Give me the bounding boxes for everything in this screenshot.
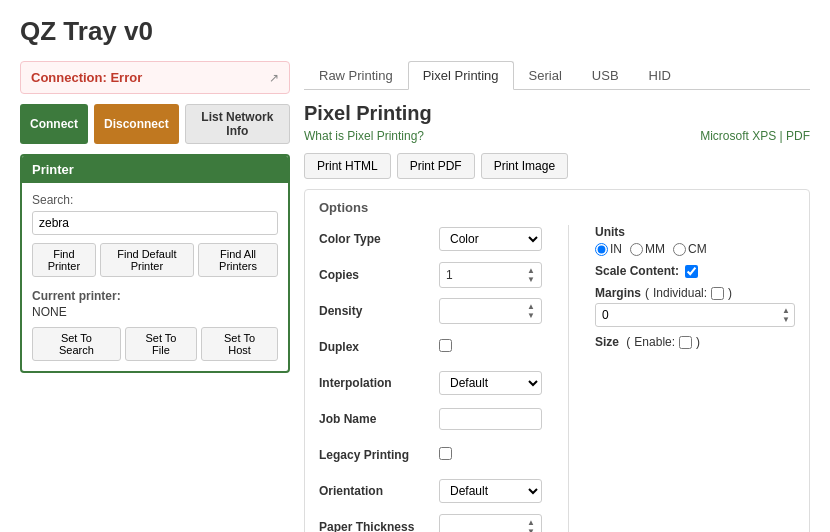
orientation-select[interactable]: Default (439, 479, 542, 503)
what-is-pixel-link[interactable]: What is Pixel Printing? (304, 129, 424, 143)
margins-arrows[interactable]: ▲ ▼ (778, 304, 794, 326)
margins-individual-text: Individual: (653, 286, 707, 300)
options-title: Options (319, 200, 795, 215)
paper-thickness-label: Paper Thickness (319, 520, 439, 532)
options-box: Options Color Type Color (304, 189, 810, 532)
find-all-printers-button[interactable]: Find All Printers (198, 243, 278, 277)
tab-serial[interactable]: Serial (514, 61, 577, 89)
units-in-label[interactable]: IN (595, 242, 622, 256)
scale-content-label: Scale Content: (595, 264, 679, 278)
tab-raw[interactable]: Raw Printing (304, 61, 408, 89)
options-left: Color Type Color Copies (319, 225, 542, 532)
units-radio-group: IN MM CM (595, 242, 795, 256)
duplex-label: Duplex (319, 340, 439, 354)
paper-thickness-spinner: ▲ ▼ (439, 514, 542, 532)
set-to-file-button[interactable]: Set To File (125, 327, 197, 361)
pixel-link-row: What is Pixel Printing? Microsoft XPS | … (304, 129, 810, 143)
current-printer-label: Current printer: (32, 289, 278, 303)
current-printer-value: NONE (32, 305, 278, 319)
color-type-select[interactable]: Color (439, 227, 542, 251)
density-label: Density (319, 304, 439, 318)
search-label: Search: (32, 193, 278, 207)
print-image-button[interactable]: Print Image (481, 153, 568, 179)
external-link-icon[interactable]: ↗ (269, 71, 279, 85)
color-type-row: Color Type Color (319, 225, 542, 253)
print-buttons: Print HTML Print PDF Print Image (304, 153, 810, 179)
tab-hid[interactable]: HID (634, 61, 686, 89)
tab-usb[interactable]: USB (577, 61, 634, 89)
copies-arrows[interactable]: ▲ ▼ (527, 266, 535, 284)
density-row: Density ▲ ▼ (319, 297, 542, 325)
size-row: Size ( Enable: ) (595, 335, 795, 349)
connect-button[interactable]: Connect (20, 104, 88, 144)
interpolation-label: Interpolation (319, 376, 439, 390)
units-in-radio[interactable] (595, 243, 608, 256)
printer-panel-header: Printer (22, 156, 288, 183)
print-html-button[interactable]: Print HTML (304, 153, 391, 179)
density-arrows[interactable]: ▲ ▼ (527, 302, 535, 320)
paper-thickness-row: Paper Thickness ▲ ▼ (319, 513, 542, 532)
margins-individual-checkbox[interactable] (711, 287, 724, 300)
copies-spinner: 1 ▲ ▼ (439, 262, 542, 288)
disconnect-button[interactable]: Disconnect (94, 104, 179, 144)
margins-input-row: ▲ ▼ (595, 303, 795, 327)
set-to-search-button[interactable]: Set To Search (32, 327, 121, 361)
orientation-row: Orientation Default (319, 477, 542, 505)
duplex-checkbox[interactable] (439, 339, 452, 352)
units-cm-label[interactable]: CM (673, 242, 707, 256)
size-enable-checkbox[interactable] (679, 336, 692, 349)
options-divider (568, 225, 569, 532)
find-buttons: Find Printer Find Default Printer Find A… (32, 243, 278, 277)
options-right: Units IN MM (595, 225, 795, 532)
printer-panel: Printer Search: Find Printer Find Defaul… (20, 154, 290, 373)
connection-box: Connection: Error ↗ (20, 61, 290, 94)
job-name-label: Job Name (319, 412, 439, 426)
margins-individual-label: ( (645, 286, 649, 300)
scale-content-row: Scale Content: (595, 264, 795, 278)
margins-input[interactable] (596, 305, 778, 325)
margins-label-row: Margins ( Individual: ) (595, 286, 795, 300)
units-in-text: IN (610, 242, 622, 256)
paper-thickness-arrows[interactable]: ▲ ▼ (527, 518, 535, 532)
units-cm-radio[interactable] (673, 243, 686, 256)
units-mm-label[interactable]: MM (630, 242, 665, 256)
scale-content-checkbox[interactable] (685, 265, 698, 278)
legacy-printing-checkbox[interactable] (439, 447, 452, 460)
copies-value: 1 (446, 268, 453, 282)
find-printer-button[interactable]: Find Printer (32, 243, 96, 277)
connection-buttons: Connect Disconnect List Network Info (20, 104, 290, 144)
print-pdf-button[interactable]: Print PDF (397, 153, 475, 179)
duplex-row: Duplex (319, 333, 542, 361)
interpolation-row: Interpolation Default (319, 369, 542, 397)
density-spinner: ▲ ▼ (439, 298, 542, 324)
tab-pixel[interactable]: Pixel Printing (408, 61, 514, 90)
set-buttons: Set To Search Set To File Set To Host (32, 327, 278, 361)
interpolation-select[interactable]: Default (439, 371, 542, 395)
format-links[interactable]: Microsoft XPS | PDF (700, 129, 810, 143)
right-panel: Raw Printing Pixel Printing Serial USB H… (304, 61, 810, 501)
units-mm-text: MM (645, 242, 665, 256)
set-to-host-button[interactable]: Set To Host (201, 327, 278, 361)
margins-label: Margins (595, 286, 641, 300)
legacy-printing-label: Legacy Printing (319, 448, 439, 462)
orientation-label: Orientation (319, 484, 439, 498)
copies-row: Copies 1 ▲ ▼ (319, 261, 542, 289)
margins-row: Margins ( Individual: ) ▲ ▼ (595, 286, 795, 327)
size-enable-label: Enable: (634, 335, 675, 349)
size-label-row: Size ( Enable: ) (595, 335, 795, 349)
search-input[interactable] (32, 211, 278, 235)
units-row: Units IN MM (595, 225, 795, 256)
size-close-paren: ) (696, 335, 700, 349)
left-panel: Connection: Error ↗ Connect Disconnect L… (20, 61, 290, 501)
units-label: Units (595, 225, 795, 239)
tabs: Raw Printing Pixel Printing Serial USB H… (304, 61, 810, 90)
units-mm-radio[interactable] (630, 243, 643, 256)
connection-label: Connection: Error (31, 70, 142, 85)
color-type-label: Color Type (319, 232, 439, 246)
find-default-printer-button[interactable]: Find Default Printer (100, 243, 194, 277)
list-network-button[interactable]: List Network Info (185, 104, 290, 144)
job-name-row: Job Name (319, 405, 542, 433)
job-name-input[interactable] (439, 408, 542, 430)
app-title: QZ Tray v0 (20, 16, 810, 47)
section-title: Pixel Printing (304, 102, 810, 125)
